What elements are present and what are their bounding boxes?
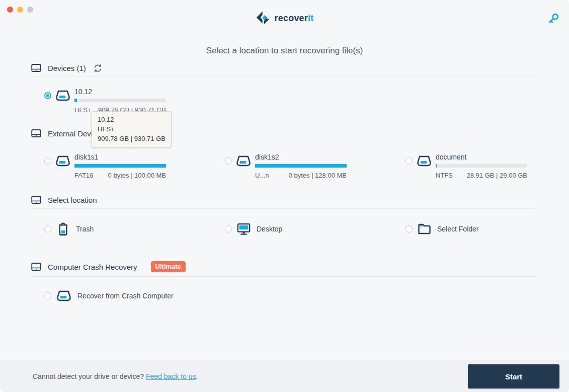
- trash-can-icon: [56, 222, 70, 236]
- device-info: document NTFS 28.91 GB | 29.00 GB: [436, 152, 527, 179]
- device-tooltip: 10.12 HFS+ 909.78 GB | 930.71 GB: [92, 111, 172, 147]
- hard-drive-icon: [31, 262, 41, 271]
- refresh-icon[interactable]: [94, 64, 102, 72]
- activation-key-icon[interactable]: [547, 12, 560, 25]
- device-name: disk1s2: [255, 153, 347, 161]
- capacity-bar-fill: [74, 99, 77, 102]
- device-name: document: [436, 153, 527, 161]
- filesystem-label: HFS+: [74, 106, 92, 114]
- device-item[interactable]: disk1s2 U...n 0 bytes | 128.00 MB: [225, 152, 405, 179]
- location-radio[interactable]: [405, 225, 413, 232]
- section-label: Devices (1): [48, 64, 86, 72]
- filesystem-label: FAT16: [74, 172, 93, 179]
- page-title: Select a location to start recovering fi…: [31, 45, 538, 56]
- devices-list: 10.12 HFS+ 909.78 GB | 930.71 GB: [31, 87, 538, 114]
- location-radio[interactable]: [225, 225, 232, 232]
- device-item[interactable]: document NTFS 28.91 GB | 29.00 GB: [405, 152, 538, 179]
- filesystem-label: U...n: [255, 172, 269, 179]
- section-select-location: Select location Trash Desktop Select: [31, 195, 538, 236]
- tooltip-line: 909.78 GB | 930.71 GB: [98, 134, 166, 143]
- section-header-locations: Select location: [31, 195, 538, 204]
- location-label: Desktop: [257, 225, 282, 233]
- capacity-label: 0 bytes | 128.00 MB: [289, 172, 347, 179]
- open-drive-icon: [55, 155, 70, 167]
- section-divider: [31, 276, 538, 277]
- crash-list: Recover from Crash Computer: [31, 290, 538, 302]
- section-divider: [31, 76, 538, 77]
- section-label: Computer Crash Recovery: [48, 263, 137, 271]
- location-radio[interactable]: [44, 225, 51, 232]
- capacity-bar: [436, 164, 527, 168]
- folder-icon: [418, 222, 431, 236]
- device-radio[interactable]: [405, 158, 413, 165]
- footer-bar: Cannot detect your drive or device? Feed…: [0, 360, 569, 392]
- capacity-label: 0 bytes | 100.00 MB: [108, 172, 166, 179]
- brand-name: recoverit: [275, 13, 314, 24]
- hard-drive-icon: [31, 129, 41, 138]
- device-radio[interactable]: [44, 92, 51, 99]
- device-meta: NTFS 28.91 GB | 29.00 GB: [436, 172, 527, 179]
- locations-list: Trash Desktop Select Folder: [31, 222, 538, 236]
- open-drive-icon: [417, 155, 432, 167]
- crash-label: Recover from Crash Computer: [77, 292, 174, 300]
- monitor-icon: [237, 222, 251, 236]
- capacity-bar-fill: [255, 164, 347, 168]
- capacity-bar-fill: [74, 164, 166, 168]
- device-name: disk1s1: [74, 153, 166, 161]
- capacity-bar-fill: [436, 164, 437, 168]
- location-item-select-folder[interactable]: Select Folder: [405, 222, 538, 236]
- device-info: disk1s1 FAT16 0 bytes | 100.00 MB: [74, 152, 166, 179]
- filesystem-label: NTFS: [436, 172, 453, 179]
- device-radio[interactable]: [44, 158, 51, 165]
- capacity-bar: [74, 99, 166, 102]
- device-meta: FAT16 0 bytes | 100.00 MB: [74, 172, 166, 179]
- capacity-label: 28.91 GB | 29.00 GB: [467, 172, 527, 179]
- tooltip-line: 10.12: [98, 115, 166, 124]
- location-label: Trash: [76, 225, 94, 233]
- device-item[interactable]: 10.12 HFS+ 909.78 GB | 930.71 GB: [44, 87, 225, 114]
- location-item-trash[interactable]: Trash: [44, 222, 225, 236]
- location-item-desktop[interactable]: Desktop: [225, 222, 405, 236]
- crash-recovery-item[interactable]: Recover from Crash Computer: [44, 290, 225, 302]
- section-header-devices: Devices (1): [31, 63, 538, 72]
- feedback-link[interactable]: Feed back to us: [146, 372, 196, 380]
- titlebar: recoverit: [0, 0, 569, 36]
- section-header-crash: Computer Crash Recovery Ultimate: [31, 261, 538, 272]
- tooltip-line: HFS+: [98, 124, 166, 134]
- device-info: disk1s2 U...n 0 bytes | 128.00 MB: [255, 152, 347, 179]
- capacity-bar: [255, 164, 347, 168]
- recoverit-logo: recoverit: [0, 11, 569, 26]
- device-info: 10.12 HFS+ 909.78 GB | 930.71 GB: [74, 87, 166, 114]
- external-devices-list: disk1s1 FAT16 0 bytes | 100.00 MB disk1s…: [31, 152, 538, 179]
- section-devices: Devices (1) 10.12 HFS+ 909.78 GB | 930.7…: [31, 63, 538, 114]
- capacity-bar: [74, 164, 166, 168]
- crash-radio[interactable]: [44, 292, 51, 299]
- open-drive-icon: [55, 90, 70, 102]
- start-button[interactable]: Start: [468, 364, 559, 388]
- section-divider: [31, 208, 538, 209]
- ultimate-badge: Ultimate: [151, 261, 186, 272]
- recoverit-window: recoverit Select a location to start rec…: [0, 0, 569, 392]
- section-label: Select location: [48, 196, 97, 204]
- device-radio[interactable]: [225, 158, 232, 165]
- device-meta: U...n 0 bytes | 128.00 MB: [255, 172, 347, 179]
- open-drive-icon: [56, 290, 71, 302]
- section-crash-recovery: Computer Crash Recovery Ultimate Recover…: [31, 261, 538, 302]
- device-item[interactable]: disk1s1 FAT16 0 bytes | 100.00 MB: [44, 152, 225, 179]
- recoverit-diamond-icon: [256, 11, 271, 26]
- hard-drive-icon: [31, 63, 41, 72]
- hard-drive-icon: [31, 195, 41, 204]
- open-drive-icon: [236, 155, 251, 167]
- device-name: 10.12: [74, 88, 166, 96]
- main-content: Select a location to start recovering fi…: [0, 45, 569, 302]
- location-label: Select Folder: [437, 225, 478, 233]
- feedback-text: Cannot detect your drive or device? Feed…: [33, 372, 198, 380]
